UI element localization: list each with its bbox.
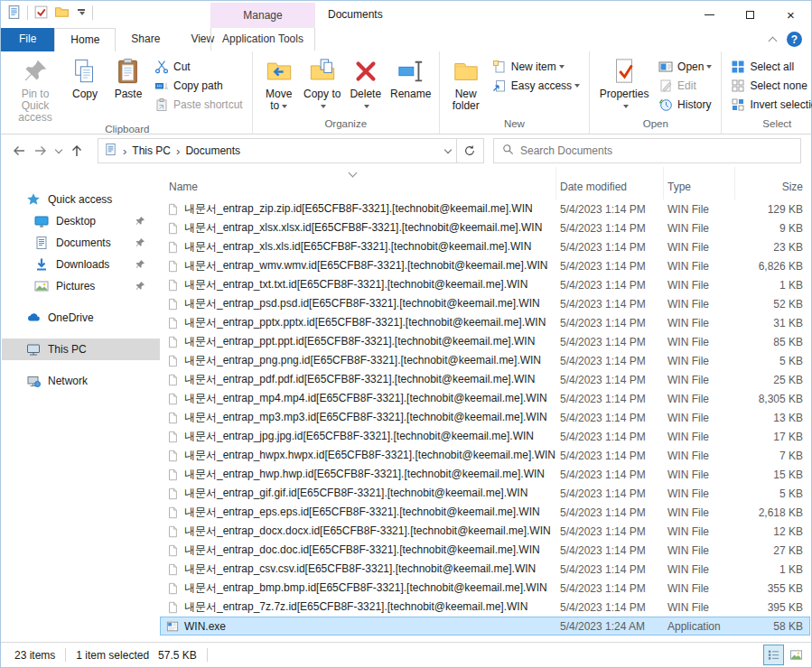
file-row[interactable]: 내문서_entrap_hwpx.hwpx.id[E65CFB8F-3321].[…	[160, 446, 810, 465]
quick-access-toolbar	[6, 5, 93, 20]
sidebar-item-this-pc[interactable]: This PC	[2, 339, 160, 360]
close-button[interactable]: ×	[770, 1, 811, 28]
dropdown-caret	[559, 65, 565, 69]
file-row[interactable]: 내문서_entrap_xls.xls.id[E65CFB8F-3321].[te…	[160, 237, 810, 256]
recent-locations-caret[interactable]	[51, 139, 66, 162]
help-icon[interactable]: ?	[787, 32, 802, 47]
file-row[interactable]: 내문서_entrap_jpg.jpg.id[E65CFB8F-3321].[te…	[160, 427, 810, 446]
ribbon-aux-controls: ?	[770, 32, 802, 47]
new-folder-button[interactable]: New folder	[444, 53, 488, 118]
group-label-select: Select	[722, 118, 812, 134]
column-header-date-modified[interactable]: Date modified	[556, 167, 664, 199]
group-label-organize: Organize	[253, 118, 439, 134]
explorer-document-icon	[6, 5, 22, 20]
select-none-button[interactable]: Select none	[726, 76, 812, 95]
sidebar-item-documents[interactable]: Documents	[2, 232, 160, 254]
file-row[interactable]: 내문서_entrap_psd.psd.id[E65CFB8F-3321].[te…	[160, 294, 810, 313]
move-to-button[interactable]: Move to	[257, 53, 301, 118]
ribbon-group-organize: Move to Copy to Delete Rename Organize	[253, 51, 440, 134]
file-row[interactable]: 내문서_entrap_png.png.id[E65CFB8F-3321].[te…	[160, 351, 810, 370]
invert-selection-button[interactable]: Invert selection	[726, 95, 812, 114]
minimize-button[interactable]	[689, 1, 730, 28]
paste-shortcut-icon	[154, 97, 169, 112]
rename-button[interactable]: Rename	[387, 53, 434, 118]
file-row[interactable]: 내문서_entrap_xlsx.xlsx.id[E65CFB8F-3321].[…	[160, 218, 810, 237]
back-icon[interactable]	[8, 139, 30, 162]
sidebar-item-network[interactable]: Network	[2, 370, 160, 392]
properties-button[interactable]: Properties	[594, 53, 654, 118]
clipboard-small-buttons: Cut Copy path Paste shortcut	[150, 53, 247, 124]
refresh-icon[interactable]	[456, 138, 484, 163]
file-row[interactable]: 내문서_entrap_bmp.bmp.id[E65CFB8F-3321].[te…	[160, 579, 810, 598]
column-header-name[interactable]: Name	[160, 167, 556, 199]
properties-check-icon[interactable]	[33, 5, 49, 20]
copy-button[interactable]: Copy	[63, 53, 107, 124]
maximize-button[interactable]	[730, 1, 770, 28]
file-row[interactable]: 내문서_entrap_mp3.mp3.id[E65CFB8F-3321].[te…	[160, 408, 810, 427]
file-row[interactable]: 내문서_entrap_csv.csv.id[E65CFB8F-3321].[te…	[160, 560, 810, 579]
ribbon-group-select: Select all Select none Invert selection …	[722, 51, 812, 134]
file-row[interactable]: 내문서_entrap_7z.7z.id[E65CFB8F-3321].[tech…	[160, 598, 810, 617]
file-row[interactable]: 내문서_entrap_doc.doc.id[E65CFB8F-3321].[te…	[160, 541, 810, 560]
ribbon-group-new: New folder New item Easy access New	[440, 51, 590, 134]
select-all-button[interactable]: Select all	[726, 57, 812, 76]
file-row[interactable]: 내문서_entrap_mp4.mp4.id[E65CFB8F-3321].[te…	[160, 389, 810, 408]
customize-toolbar-caret[interactable]	[75, 7, 87, 17]
location-document-icon	[104, 143, 117, 159]
breadcrumb-this-pc[interactable]: This PC	[132, 144, 171, 157]
address-bar[interactable]: › This PC › Documents	[98, 138, 457, 163]
move-to-folder-icon	[264, 56, 294, 87]
copy-to-button[interactable]: Copy to	[301, 53, 344, 118]
file-row[interactable]: 내문서_entrap_docx.docx.id[E65CFB8F-3321].[…	[160, 522, 810, 541]
tab-file[interactable]: File	[1, 28, 54, 51]
file-row[interactable]: WIN.exe 5/4/2023 1:24 AM Application 58 …	[160, 617, 810, 636]
sidebar-item-quick-access[interactable]: Quick access	[2, 189, 160, 210]
edit-button[interactable]: Edit	[654, 76, 716, 95]
pin-to-quick-access-button[interactable]: Pin to Quick access	[7, 53, 63, 124]
easy-access-button[interactable]: Easy access	[488, 76, 584, 95]
file-row[interactable]: 내문서_entrap_ppt.ppt.id[E65CFB8F-3321].[te…	[160, 332, 810, 351]
column-header-type[interactable]: Type	[664, 167, 735, 199]
tab-share[interactable]: Share	[116, 28, 175, 51]
copy-path-button[interactable]: Copy path	[150, 76, 247, 95]
tab-home[interactable]: Home	[54, 28, 116, 51]
delete-button[interactable]: Delete	[344, 53, 387, 118]
history-button[interactable]: History	[654, 95, 716, 114]
file-row[interactable]: 내문서_entrap_txt.txt.id[E65CFB8F-3321].[te…	[160, 275, 810, 294]
paste-button[interactable]: Paste	[107, 53, 150, 124]
properties-check-icon	[609, 56, 639, 87]
forward-icon[interactable]	[30, 139, 51, 162]
dropdown-caret	[623, 105, 629, 108]
cut-button[interactable]: Cut	[150, 57, 247, 76]
file-row[interactable]: 내문서_entrap_pptx.pptx.id[E65CFB8F-3321].[…	[160, 313, 810, 332]
history-clock-icon	[658, 97, 673, 112]
manage-contextual-group[interactable]: Manage	[210, 3, 315, 28]
sidebar-item-downloads[interactable]: Downloads	[2, 254, 160, 275]
selected-size: 57.5 KB	[158, 649, 197, 662]
sidebar-item-onedrive[interactable]: OneDrive	[2, 307, 160, 329]
details-view-icon[interactable]	[764, 645, 783, 664]
search-icon	[502, 144, 514, 158]
file-row[interactable]: 내문서_entrap_pdf.pdf.id[E65CFB8F-3321].[te…	[160, 370, 810, 389]
open-button[interactable]: Open	[654, 57, 716, 76]
breadcrumb-documents[interactable]: Documents	[185, 144, 240, 157]
new-item-button[interactable]: New item	[488, 57, 584, 76]
file-row[interactable]: 내문서_entrap_zip.zip.id[E65CFB8F-3321].[te…	[160, 199, 810, 218]
file-row[interactable]: 내문서_entrap_wmv.wmv.id[E65CFB8F-3321].[te…	[160, 256, 810, 275]
pushpin-icon	[20, 56, 51, 87]
file-row[interactable]: 내문서_entrap_gif.gif.id[E65CFB8F-3321].[te…	[160, 484, 810, 503]
search-input[interactable]	[520, 144, 792, 157]
file-row[interactable]: 내문서_entrap_hwp.hwp.id[E65CFB8F-3321].[te…	[160, 465, 810, 484]
tab-application-tools[interactable]: Application Tools	[210, 28, 315, 51]
column-header-size[interactable]: Size	[735, 167, 810, 199]
collapse-ribbon-icon[interactable]	[769, 36, 778, 45]
sidebar-item-desktop[interactable]: Desktop	[2, 210, 160, 232]
window-controls: ×	[689, 1, 811, 28]
file-row[interactable]: 내문서_entrap_eps.eps.id[E65CFB8F-3321].[te…	[160, 503, 810, 522]
address-dropdown-caret[interactable]	[444, 145, 452, 153]
paste-shortcut-button[interactable]: Paste shortcut	[150, 95, 247, 114]
thumbnails-view-icon[interactable]	[787, 645, 806, 664]
sidebar-item-pictures[interactable]: Pictures	[2, 275, 160, 297]
new-folder-toolbar-icon[interactable]	[54, 5, 70, 20]
up-icon[interactable]	[66, 139, 88, 162]
